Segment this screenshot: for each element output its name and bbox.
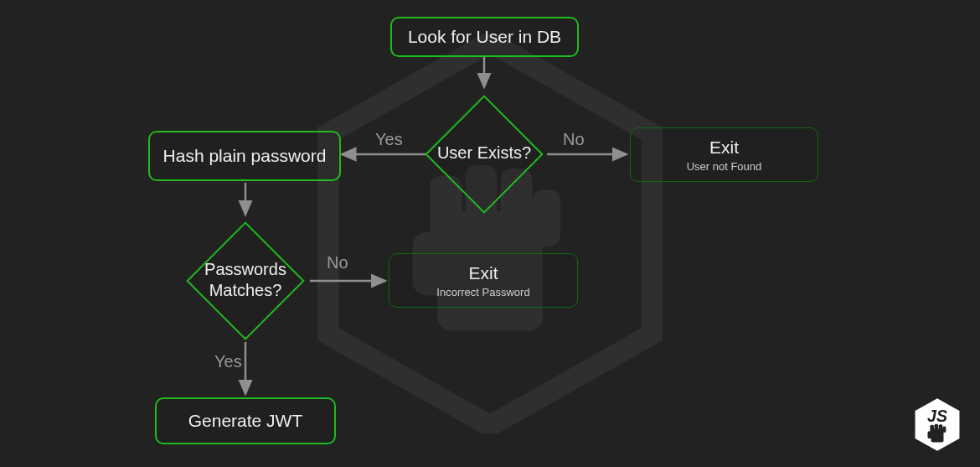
node-look-for-user: Look for User in DB [390, 17, 579, 57]
edge-label-yes-1: Yes [375, 130, 403, 149]
svg-rect-5 [532, 189, 560, 246]
node-exit-incorrect-pw-sub: Incorrect Password [436, 286, 529, 298]
svg-rect-19 [939, 424, 943, 432]
node-look-for-user-label: Look for User in DB [408, 27, 561, 47]
node-exit-incorrect-pw-title: Exit [468, 263, 498, 283]
node-hash-password-label: Hash plain password [163, 146, 327, 166]
node-generate-jwt-label: Generate JWT [188, 411, 303, 431]
node-user-exists-label: User Exists? [417, 143, 551, 163]
edge-label-no-1: No [563, 130, 585, 149]
node-exit-not-found: Exit User not Found [630, 127, 818, 182]
svg-rect-18 [935, 424, 939, 433]
node-exit-incorrect-pw: Exit Incorrect Password [389, 253, 578, 308]
svg-rect-20 [942, 427, 946, 433]
flow-arrows [0, 0, 980, 467]
svg-text:JS: JS [927, 407, 947, 425]
svg-rect-21 [927, 431, 931, 438]
node-exit-not-found-sub: User not Found [687, 160, 762, 173]
node-exit-not-found-title: Exit [709, 138, 739, 158]
corner-logo-icon: JS [913, 397, 962, 452]
background-watermark [314, 34, 666, 433]
node-passwords-matches-label: Passwords Matches? [178, 259, 312, 301]
node-generate-jwt: Generate JWT [155, 397, 336, 444]
edge-label-yes-2: Yes [214, 352, 242, 371]
edge-label-no-2: No [327, 253, 348, 272]
svg-marker-0 [328, 42, 652, 426]
node-hash-password: Hash plain password [148, 131, 341, 181]
svg-rect-17 [930, 425, 934, 433]
